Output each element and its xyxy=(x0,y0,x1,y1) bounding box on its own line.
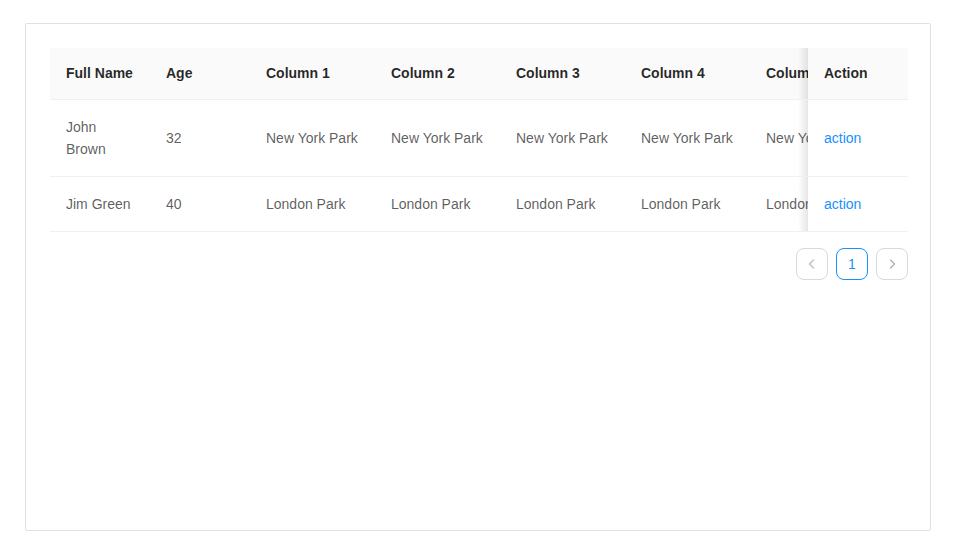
cell-column-1: London Park xyxy=(250,177,375,232)
cell-full-name: John Brown xyxy=(50,100,150,177)
cell-column-5-truncated: London Park xyxy=(750,177,808,232)
header-row: Full Name Age Column 1 Column 2 Column 3… xyxy=(50,48,908,100)
pagination: 1 xyxy=(50,248,908,280)
cell-column-4: New York Park xyxy=(625,100,750,177)
cell-action: action xyxy=(808,100,908,177)
pagination-page-1-button[interactable]: 1 xyxy=(836,248,868,280)
table-row: John Brown 32 New York Park New York Par… xyxy=(50,100,908,177)
cell-full-name: Jim Green xyxy=(50,177,150,232)
column-header-column-4: Column 4 xyxy=(625,48,750,100)
cell-column-5-truncated: New York Park xyxy=(750,100,808,177)
pagination-prev-button[interactable] xyxy=(796,248,828,280)
cell-action: action xyxy=(808,177,908,232)
column-header-column-2: Column 2 xyxy=(375,48,500,100)
column-header-action: Action xyxy=(808,48,908,100)
cell-column-4: London Park xyxy=(625,177,750,232)
table-card: Full Name Age Column 1 Column 2 Column 3… xyxy=(25,23,931,531)
column-header-column-3: Column 3 xyxy=(500,48,625,100)
cell-age: 40 xyxy=(150,177,250,232)
column-header-column-5-truncated: Column 5 xyxy=(750,48,808,100)
pagination-next-button[interactable] xyxy=(876,248,908,280)
action-link[interactable]: action xyxy=(824,196,861,212)
cell-column-3: London Park xyxy=(500,177,625,232)
chevron-right-icon xyxy=(886,258,898,270)
cell-age: 32 xyxy=(150,100,250,177)
table-container: Full Name Age Column 1 Column 2 Column 3… xyxy=(50,48,908,232)
cell-column-2: London Park xyxy=(375,177,500,232)
cell-column-1: New York Park xyxy=(250,100,375,177)
action-link[interactable]: action xyxy=(824,130,861,146)
cell-column-2: New York Park xyxy=(375,100,500,177)
cell-column-3: New York Park xyxy=(500,100,625,177)
column-header-full-name: Full Name xyxy=(50,48,150,100)
column-header-age: Age xyxy=(150,48,250,100)
chevron-left-icon xyxy=(806,258,818,270)
column-header-column-1: Column 1 xyxy=(250,48,375,100)
table-row: Jim Green 40 London Park London Park Lon… xyxy=(50,177,908,232)
data-table: Full Name Age Column 1 Column 2 Column 3… xyxy=(50,48,908,232)
